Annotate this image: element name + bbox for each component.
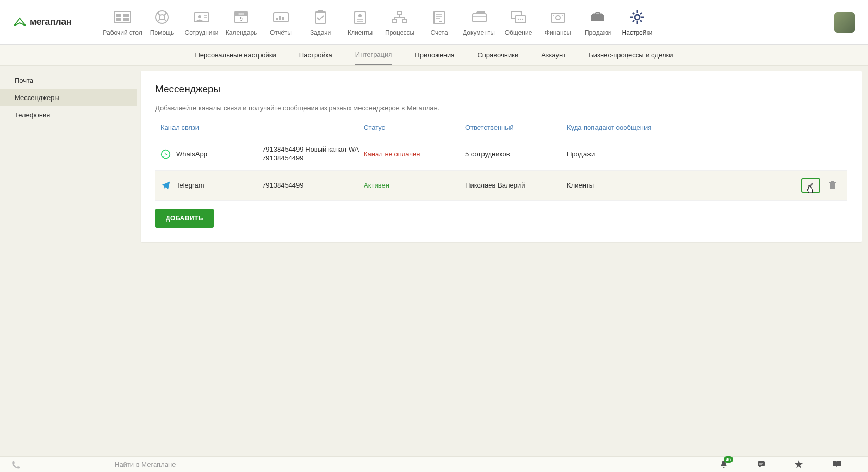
logo-text: мегаплан [30,17,71,28]
nav-clients[interactable]: Клиенты [340,8,380,36]
channel-name: Telegram [176,181,204,189]
calendar-icon: нояб9 [230,8,253,26]
desktop-icon [111,8,134,26]
subnav-account[interactable]: Аккаунт [541,46,566,64]
subnav-bp[interactable]: Бизнес-процессы и сделки [589,46,673,64]
cursor-hand-icon [806,184,814,194]
nav-documents[interactable]: Документы [459,8,499,36]
table-row[interactable]: WhatsApp 79138454499 Новый канал WA 7913… [155,138,847,171]
sales-icon [586,8,609,26]
clients-icon [349,8,371,26]
sidebar: Почта Мессенджеры Телефония [0,66,137,456]
svg-rect-36 [434,11,444,24]
nav-calendar[interactable]: нояб9 Календарь [221,8,261,36]
svg-rect-22 [282,17,284,20]
svg-line-9 [157,19,160,22]
nav-chat[interactable]: Общение [499,8,538,36]
svg-rect-4 [123,18,129,21]
svg-line-60 [640,13,642,14]
sidebar-telephony[interactable]: Телефония [0,106,137,123]
notifications-button[interactable]: 46 [719,459,729,470]
channels-table: Канал связи Статус Ответственный Куда по… [155,123,847,201]
nav-items: Рабочий стол Помощь Сотрудники нояб9 Кал… [103,8,834,36]
svg-rect-64 [829,182,836,183]
svg-rect-1 [116,14,121,17]
channel-status: Канал не оплачен [364,150,465,158]
svg-rect-48 [551,13,565,22]
logo-icon [13,17,27,28]
svg-rect-24 [318,10,323,13]
subnav-personal[interactable]: Персональные настройки [195,46,276,64]
svg-point-51 [562,15,563,16]
messages-button[interactable] [757,459,767,470]
favorites-button[interactable] [794,459,804,470]
svg-point-50 [553,15,554,16]
subnav-setup[interactable]: Настройка [299,46,332,64]
nav-help[interactable]: Помощь [142,8,182,36]
book-icon [832,459,842,468]
svg-point-53 [635,15,640,20]
nav-employees[interactable]: Сотрудники [182,8,221,36]
svg-rect-29 [398,11,402,15]
settings-icon [626,8,649,26]
help-icon [151,8,173,26]
nav-reports[interactable]: Отчёты [261,8,301,36]
svg-rect-63 [830,183,835,189]
sub-nav: Персональные настройки Настройка Интегра… [0,45,868,66]
bottom-icons: 46 [719,459,868,470]
add-button[interactable]: ДОБАВИТЬ [155,209,214,228]
user-avatar[interactable] [834,12,855,33]
svg-line-10 [164,19,167,22]
nav-settings[interactable]: Настройки [617,8,657,36]
top-nav: мегаплан Рабочий стол Помощь Сотрудники … [0,0,868,45]
search-placeholder: Найти в Мегаплане [115,461,176,468]
svg-rect-30 [392,20,396,23]
telegram-icon [160,180,171,191]
sidebar-messengers[interactable]: Мессенджеры [0,89,137,106]
table-row[interactable]: Telegram 79138454499 Активен Николаев Ва… [155,171,847,201]
processes-icon [388,8,411,26]
svg-rect-3 [116,18,121,21]
channel-detail: 79138454499 [262,181,364,189]
phone-icon [11,460,20,469]
channel-status: Активен [364,181,465,189]
sidebar-mail[interactable]: Почта [0,72,137,89]
reports-icon [269,8,292,26]
hdr-destination: Куда попадают сообщения [567,123,800,131]
svg-rect-21 [279,16,281,20]
svg-point-26 [358,14,362,17]
svg-line-8 [164,13,167,15]
subnav-directories[interactable]: Справочники [477,46,518,64]
nav-tasks[interactable]: Задачи [301,8,340,36]
svg-point-45 [518,18,519,19]
svg-point-47 [522,18,523,19]
nav-sales[interactable]: Продажи [578,8,617,36]
edit-button[interactable] [801,178,820,193]
page-title: Мессенджеры [155,83,847,95]
phone-button[interactable] [0,460,31,469]
logo[interactable]: мегаплан [13,17,71,28]
book-button[interactable] [832,459,842,470]
nav-finance[interactable]: Финансы [538,8,578,36]
finance-icon [547,8,569,26]
channel-responsible: Николаев Валерий [465,181,567,189]
svg-point-46 [520,18,521,19]
search-input[interactable]: Найти в Мегаплане [31,461,719,468]
channel-detail: 79138454499 Новый канал WA 79138454499 [262,145,364,163]
subnav-integration[interactable]: Интеграция [355,45,392,65]
tasks-icon [309,8,332,26]
bottom-bar: Найти в Мегаплане 46 [0,456,868,472]
svg-rect-41 [473,14,486,22]
channel-destination: Клиенты [567,181,800,189]
svg-point-6 [159,15,165,20]
content: Мессенджеры Добавляейте каналы связи и п… [137,66,868,456]
svg-line-61 [633,20,634,22]
subnav-apps[interactable]: Приложения [415,46,454,64]
nav-desktop[interactable]: Рабочий стол [103,8,142,36]
channel-name: WhatsApp [176,150,207,158]
svg-text:нояб: нояб [238,12,244,15]
documents-icon [467,8,490,26]
nav-processes[interactable]: Процессы [380,8,419,36]
delete-button[interactable] [823,178,842,193]
nav-invoices[interactable]: Счета [419,8,459,36]
